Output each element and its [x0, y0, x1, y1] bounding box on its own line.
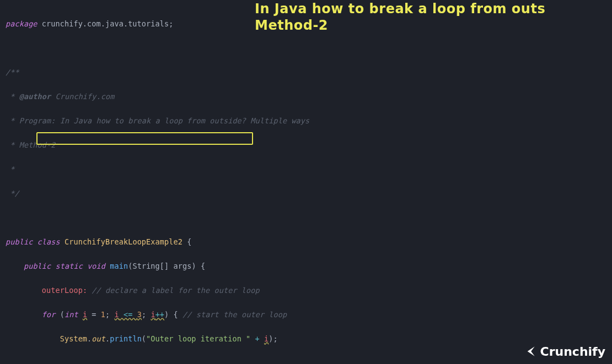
label-comment: // declare a label for the outer loop — [92, 286, 259, 295]
javadoc-method: * Method-2 — [6, 140, 56, 149]
javadoc-program: * Program: In Java how to break a loop f… — [6, 116, 309, 125]
label-outerloop: outerLoop: — [42, 286, 87, 295]
javadoc-author-tag: @author — [19, 92, 51, 101]
package-name: crunchify.com.java.tutorials — [37, 19, 169, 28]
javadoc-close: */ — [6, 189, 19, 198]
javadoc-open: /** — [6, 68, 19, 77]
class-name: CrunchifyBreakLoopExample2 — [65, 237, 182, 246]
code-editor[interactable]: package crunchify.com.java.tutorials; /*… — [0, 0, 612, 364]
keyword-package: package — [6, 19, 37, 28]
method-main: main — [110, 262, 128, 270]
javadoc-author: Crunchify.com — [51, 92, 114, 101]
